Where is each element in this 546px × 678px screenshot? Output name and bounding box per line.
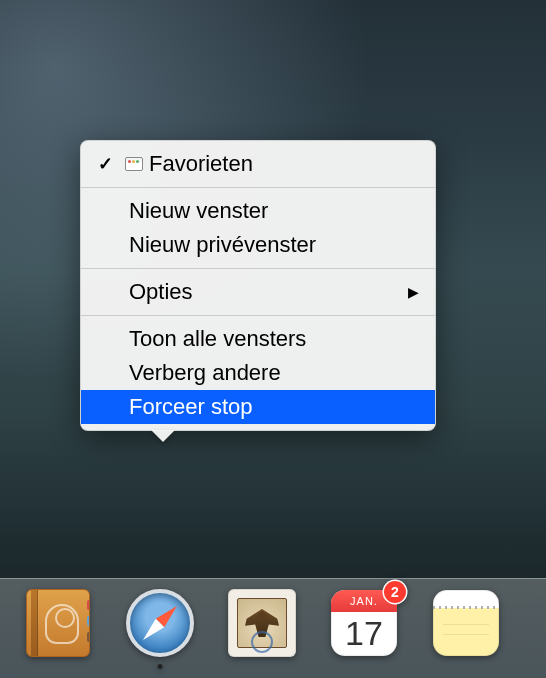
menu-item-show-all-windows[interactable]: Toon alle vensters <box>81 322 435 356</box>
menu-separator <box>81 268 435 269</box>
dock-app-notes[interactable] <box>430 587 502 659</box>
menu-item-new-private-window[interactable]: Nieuw privévenster <box>81 228 435 262</box>
menu-separator <box>81 187 435 188</box>
submenu-arrow-icon: ▶ <box>408 275 419 309</box>
menu-item-force-quit[interactable]: Forceer stop <box>81 390 435 424</box>
menu-item-label: Opties <box>129 275 193 309</box>
menu-item-label: Nieuw privévenster <box>129 228 316 262</box>
menu-item-new-window[interactable]: Nieuw venster <box>81 194 435 228</box>
menu-item-label: Toon alle vensters <box>129 322 306 356</box>
menu-item-options[interactable]: Opties ▶ <box>81 275 435 309</box>
dock: JAN. 17 2 <box>0 578 546 678</box>
menu-separator <box>81 315 435 316</box>
dock-app-contacts[interactable] <box>22 587 94 659</box>
menu-item-label: Favorieten <box>149 147 253 181</box>
dock-app-mail[interactable] <box>226 587 298 659</box>
dock-app-calendar[interactable]: JAN. 17 2 <box>328 587 400 659</box>
window-icon <box>125 157 143 171</box>
check-icon: ✓ <box>98 147 113 181</box>
dock-context-menu: ✓ Favorieten Nieuw venster Nieuw privéve… <box>80 140 436 431</box>
calendar-day-label: 17 <box>331 612 397 654</box>
menu-item-favorieten[interactable]: ✓ Favorieten <box>81 147 435 181</box>
dock-app-safari[interactable] <box>124 587 196 659</box>
mail-icon <box>228 589 296 657</box>
menu-item-label: Nieuw venster <box>129 194 268 228</box>
safari-icon <box>126 589 194 657</box>
menu-item-label: Forceer stop <box>129 390 253 424</box>
menu-item-label: Verberg andere <box>129 356 281 390</box>
notification-badge: 2 <box>384 581 406 603</box>
notes-icon <box>433 590 499 656</box>
contacts-icon <box>26 589 90 657</box>
menu-item-hide-others[interactable]: Verberg andere <box>81 356 435 390</box>
running-indicator-icon <box>158 664 163 669</box>
